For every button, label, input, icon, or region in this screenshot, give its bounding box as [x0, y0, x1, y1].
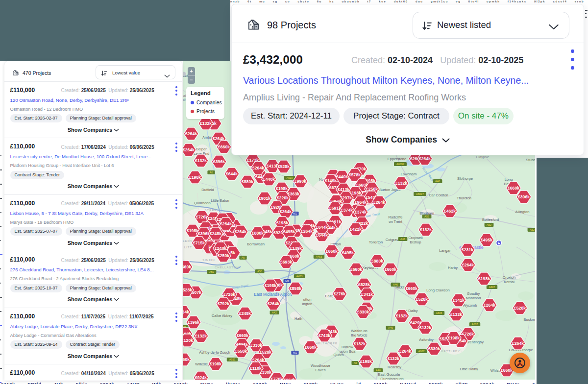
svg-text:£132k: £132k	[195, 158, 207, 163]
svg-text:Borrowash: Borrowash	[247, 242, 265, 246]
svg-text:Little Eaton: Little Eaton	[211, 198, 229, 203]
svg-text:Long: Long	[505, 177, 513, 182]
svg-text:£330k: £330k	[250, 343, 262, 348]
svg-text:£198k: £198k	[265, 283, 276, 288]
svg-text:£528k: £528k	[416, 297, 428, 302]
svg-text:Wycomb: Wycomb	[463, 303, 477, 308]
svg-text:A453: A453	[316, 255, 322, 258]
svg-text:East Midlands Airport: East Midlands Airport	[254, 292, 292, 297]
svg-text:A607: A607	[472, 323, 478, 326]
svg-text:£264k: £264k	[399, 349, 411, 354]
svg-text:£132k: £132k	[420, 227, 432, 232]
svg-text:Willesley: Willesley	[195, 362, 210, 366]
svg-text:£660k: £660k	[385, 267, 396, 272]
svg-text:A6: A6	[242, 256, 245, 259]
svg-text:Bottesford: Bottesford	[482, 217, 499, 222]
svg-text:£660k: £660k	[305, 345, 317, 350]
svg-text:£264k: £264k	[284, 378, 295, 380]
svg-text:£341k: £341k	[361, 292, 373, 297]
svg-text:£250k: £250k	[183, 357, 190, 362]
svg-text:£374k: £374k	[355, 210, 367, 215]
svg-text:Lowdham: Lowdham	[401, 172, 417, 176]
svg-text:Langar: Langar	[439, 248, 451, 253]
svg-text:Cropwell: Cropwell	[408, 236, 423, 240]
svg-text:A6097: A6097	[416, 192, 424, 195]
svg-text:£264k: £264k	[183, 310, 189, 314]
svg-text:£276k: £276k	[334, 291, 345, 296]
svg-text:£693k: £693k	[280, 260, 292, 264]
svg-text:Buckm: Buckm	[524, 317, 535, 322]
svg-text:£198k: £198k	[276, 220, 288, 225]
svg-text:£132k: £132k	[200, 121, 212, 126]
svg-text:A46: A46	[400, 238, 405, 240]
svg-text:£250k: £250k	[218, 253, 229, 258]
svg-text:£341k: £341k	[453, 298, 465, 303]
svg-text:£528k: £528k	[278, 164, 290, 169]
svg-text:£528k: £528k	[514, 306, 526, 311]
svg-text:£264k: £264k	[484, 303, 495, 308]
svg-text:Walton on: Walton on	[351, 329, 368, 333]
svg-text:£660k: £660k	[218, 144, 230, 149]
svg-text:£132k: £132k	[396, 313, 408, 318]
svg-text:£964k: £964k	[355, 200, 367, 205]
svg-text:Hath: Hath	[294, 316, 302, 321]
svg-text:£715k: £715k	[193, 240, 205, 245]
svg-text:£901k: £901k	[259, 196, 270, 201]
svg-text:A50: A50	[257, 270, 262, 273]
svg-text:Stubb: Stubb	[526, 158, 535, 162]
svg-text:M1: M1	[293, 212, 297, 215]
svg-text:A6: A6	[354, 361, 357, 364]
svg-text:A511: A511	[229, 358, 235, 361]
svg-text:£132k: £132k	[395, 181, 407, 186]
svg-text:£264k: £264k	[252, 166, 264, 170]
svg-text:£558k: £558k	[235, 349, 247, 354]
svg-text:A606: A606	[436, 312, 442, 314]
svg-text:£264k: £264k	[220, 221, 232, 226]
svg-text:the Wolds: the Wolds	[351, 333, 367, 337]
svg-text:£880k: £880k	[252, 231, 264, 236]
svg-text:£644k: £644k	[316, 225, 328, 230]
svg-text:£264k: £264k	[512, 341, 524, 346]
svg-text:£440k: £440k	[263, 177, 275, 182]
svg-text:£264k: £264k	[183, 147, 195, 152]
svg-text:£120k: £120k	[183, 338, 193, 343]
svg-text:CHELLASTON: CHELLASTON	[215, 266, 239, 269]
svg-text:£198k: £198k	[276, 186, 288, 191]
svg-text:A6097: A6097	[396, 163, 404, 166]
svg-text:A610: A610	[287, 176, 293, 179]
svg-text:SHELTHORPE: SHELTHORPE	[313, 342, 338, 345]
svg-text:£198k: £198k	[448, 336, 460, 340]
svg-text:£770k: £770k	[271, 377, 283, 380]
svg-text:£528k: £528k	[183, 288, 192, 292]
svg-text:£462k: £462k	[444, 209, 456, 214]
svg-text:Epperstone: Epperstone	[388, 157, 406, 161]
svg-text:Quarndon: Quarndon	[194, 201, 210, 205]
svg-text:£644k: £644k	[226, 171, 238, 176]
svg-text:Little Dalby: Little Dalby	[460, 367, 478, 371]
svg-text:£743k: £743k	[318, 333, 330, 338]
svg-text:£924k: £924k	[195, 375, 207, 380]
svg-text:M1: M1	[285, 280, 289, 283]
svg-text:A46: A46	[435, 180, 440, 183]
svg-text:A46: A46	[388, 326, 393, 329]
svg-text:£495k: £495k	[283, 229, 295, 234]
svg-text:A52: A52	[530, 228, 535, 231]
svg-text:£132k: £132k	[354, 341, 366, 346]
svg-text:£396k: £396k	[188, 320, 199, 325]
svg-text:Radcliffe: Radcliffe	[388, 215, 402, 219]
svg-text:A52: A52	[487, 223, 491, 226]
svg-text:Barrow: Barrow	[342, 345, 353, 349]
svg-text:£363k: £363k	[288, 192, 299, 196]
svg-text:£264k: £264k	[280, 209, 292, 214]
svg-text:Thoroton: Thoroton	[457, 196, 471, 200]
svg-text:Asfordby: Asfordby	[419, 337, 434, 342]
svg-text:£198k: £198k	[478, 276, 490, 281]
svg-text:SINFIN: SINFIN	[202, 259, 215, 262]
svg-text:£495k: £495k	[481, 238, 492, 242]
svg-text:£264k: £264k	[301, 229, 313, 234]
svg-text:A6: A6	[210, 171, 213, 174]
svg-text:CKLEOV: CKLEOV	[183, 240, 193, 242]
svg-text:£248k: £248k	[210, 231, 221, 236]
svg-text:£264k: £264k	[268, 301, 279, 306]
svg-text:on Trent: on Trent	[389, 219, 402, 224]
